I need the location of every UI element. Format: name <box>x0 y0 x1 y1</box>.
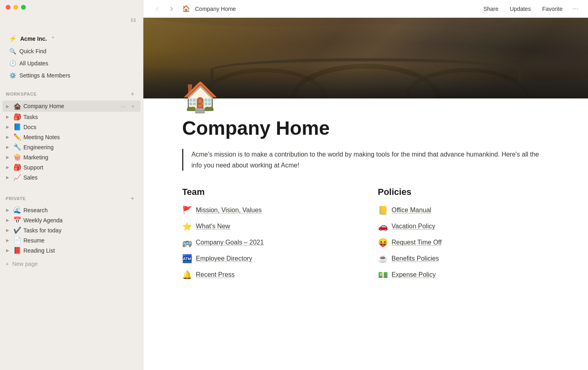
forward-button[interactable] <box>166 3 177 15</box>
link-item-expense-policy[interactable]: 💵 Expense Policy <box>378 270 550 280</box>
new-page-label: New page <box>12 261 38 267</box>
workspace-icon: ⚡ <box>9 35 17 42</box>
private-section-label: PRIVATE <box>6 196 26 201</box>
sidebar-item-resume[interactable]: ▶ 📄 Resume <box>2 235 141 245</box>
close-button[interactable] <box>6 5 10 10</box>
search-icon: 🔍 <box>9 48 16 55</box>
money-icon: 💵 <box>378 270 388 280</box>
link-item-benefits-policies[interactable]: ☕ Benefits Policies <box>378 254 550 263</box>
sidebar-item-weekly-agenda[interactable]: ▶ 📅 Weekly Agenda <box>2 215 141 225</box>
page-label: Sales <box>23 174 137 181</box>
workspace-name[interactable]: ⚡ Acme Inc. ⌃ <box>6 32 137 45</box>
minimize-button[interactable] <box>13 5 18 10</box>
link-item-office-manual[interactable]: 📒 Office Manual <box>378 205 550 215</box>
workspace-add-button[interactable]: + <box>128 89 137 99</box>
page-label: Tasks <box>23 114 137 120</box>
breadcrumb-text: Company Home <box>195 6 236 12</box>
link-text: Recent Press <box>196 271 235 278</box>
link-text: Employee Directory <box>196 255 252 262</box>
chevron-right-icon: ▶ <box>4 144 11 151</box>
page-label: Resume <box>23 237 137 244</box>
flag-icon: 🚩 <box>182 205 192 215</box>
link-item-employee-directory[interactable]: 🏧 Employee Directory <box>182 254 354 263</box>
gear-icon: ⚙️ <box>9 72 16 79</box>
team-link-list: 🚩 Mission, Vision, Values ⭐ What's New 🚌… <box>182 205 354 280</box>
link-text: Office Manual <box>392 207 431 214</box>
sidebar-item-meeting-notes[interactable]: ▶ ✏️ Meeting Notes <box>2 132 141 142</box>
sidebar: ⚡ Acme Inc. ⌃ 🔍 Quick Find 🕐 All Updates… <box>0 0 143 370</box>
workspace-label: Acme Inc. <box>20 36 47 42</box>
sidebar-item-docs[interactable]: ▶ 📘 Docs <box>2 122 141 132</box>
link-text: Mission, Vision, Values <box>196 207 262 214</box>
sidebar-item-all-updates[interactable]: 🕐 All Updates <box>6 58 137 69</box>
page-body: 🏠 Company Home Acme's mission is to make… <box>143 18 588 370</box>
sidebar-item-reading-list[interactable]: ▶ 📕 Reading List <box>2 245 141 255</box>
sidebar-item-tasks[interactable]: ▶ 🎒 Tasks <box>2 112 141 122</box>
sidebar-item-sales[interactable]: ▶ 📈 Sales <box>2 172 141 182</box>
sidebar-item-research[interactable]: ▶ 🌊 Research <box>2 205 141 215</box>
chevron-right-icon: ▶ <box>4 134 11 141</box>
link-text: Benefits Policies <box>392 255 439 262</box>
sections-grid: Team 🚩 Mission, Vision, Values ⭐ What's … <box>182 187 549 280</box>
link-item-request-time-off[interactable]: 😝 Request Time Off <box>378 238 550 247</box>
chevron-right-icon: ▶ <box>4 164 11 171</box>
page-content-area: Company Home Acme's mission is to make a… <box>143 118 588 312</box>
bell-icon: 🔔 <box>182 270 192 280</box>
star-icon: ⭐ <box>182 222 192 231</box>
sidebar-item-marketing[interactable]: ▶ 🍿 Marketing <box>2 152 141 162</box>
workspace-chevron-icon: ⌃ <box>51 36 55 42</box>
sidebar-item-settings[interactable]: ⚙️ Settings & Members <box>6 70 137 81</box>
link-item-mission[interactable]: 🚩 Mission, Vision, Values <box>182 205 354 215</box>
page-icon: ✔️ <box>13 226 22 234</box>
sidebar-item-company-home[interactable]: ▶ 🏚️ Company Home ··· + <box>2 100 141 112</box>
workspace-section-header: WORKSPACE + <box>0 84 143 100</box>
titlebar-left: 🏠 Company Home <box>151 3 480 15</box>
clock-icon: 🕐 <box>9 60 16 67</box>
link-text: Request Time Off <box>392 239 442 246</box>
page-label: Support <box>23 164 137 171</box>
link-item-whats-new[interactable]: ⭐ What's New <box>182 222 354 231</box>
more-options-button[interactable]: ··· <box>571 3 580 15</box>
plus-icon: + <box>6 261 9 267</box>
link-item-company-goals[interactable]: 🚌 Company Goals – 2021 <box>182 238 354 247</box>
more-options-button[interactable]: ··· <box>119 102 128 111</box>
page-actions: ··· + <box>119 102 137 111</box>
sidebar-item-engineering[interactable]: ▶ 🔧 Engineering <box>2 142 141 152</box>
chevron-right-icon: ▶ <box>4 207 11 214</box>
chevron-right-icon: ▶ <box>4 227 11 234</box>
chevron-right-icon: ▶ <box>4 113 11 121</box>
favorite-button[interactable]: Favorite <box>539 4 566 14</box>
traffic-lights <box>0 0 143 13</box>
svg-rect-5 <box>134 21 136 22</box>
breadcrumb-icon: 🏠 <box>182 5 190 13</box>
new-page-button[interactable]: + New page <box>0 259 143 269</box>
page-label: Docs <box>23 124 137 130</box>
updates-button[interactable]: Updates <box>506 4 534 14</box>
chevron-right-icon: ▶ <box>4 217 11 224</box>
sidebar-nav-label: All Updates <box>19 60 48 67</box>
sidebar-item-quick-find[interactable]: 🔍 Quick Find <box>6 46 137 57</box>
page-icon: 🎒 <box>13 113 22 121</box>
svg-rect-2 <box>131 21 133 22</box>
back-button[interactable] <box>151 3 163 15</box>
bus-icon: 🚌 <box>182 238 192 247</box>
atm-icon: 🏧 <box>182 254 192 263</box>
page-label: Research <box>23 207 137 213</box>
sidebar-item-tasks-today[interactable]: ▶ ✔️ Tasks for today <box>2 225 141 235</box>
main-content: 🏠 Company Home Share Updates Favorite ··… <box>143 0 588 370</box>
sidebar-nav-label: Settings & Members <box>19 72 70 79</box>
sidebar-item-support[interactable]: ▶ 🎒 Support <box>2 162 141 172</box>
add-subpage-button[interactable]: + <box>128 102 137 111</box>
link-item-recent-press[interactable]: 🔔 Recent Press <box>182 270 354 280</box>
chevron-right-icon: ▶ <box>4 247 11 254</box>
quote-text: Acme's mission is to make a contribution… <box>191 149 549 171</box>
link-item-vacation-policy[interactable]: 🚗 Vacation Policy <box>378 222 550 231</box>
collapse-sidebar-button[interactable] <box>128 15 139 26</box>
private-add-button[interactable]: + <box>128 194 137 203</box>
private-section-header: PRIVATE + <box>0 189 143 205</box>
maximize-button[interactable] <box>21 5 26 10</box>
share-button[interactable]: Share <box>480 4 502 14</box>
page-label: Marketing <box>23 154 137 161</box>
page-icon: 📄 <box>13 236 22 244</box>
workspace-section-label: WORKSPACE <box>6 92 37 96</box>
